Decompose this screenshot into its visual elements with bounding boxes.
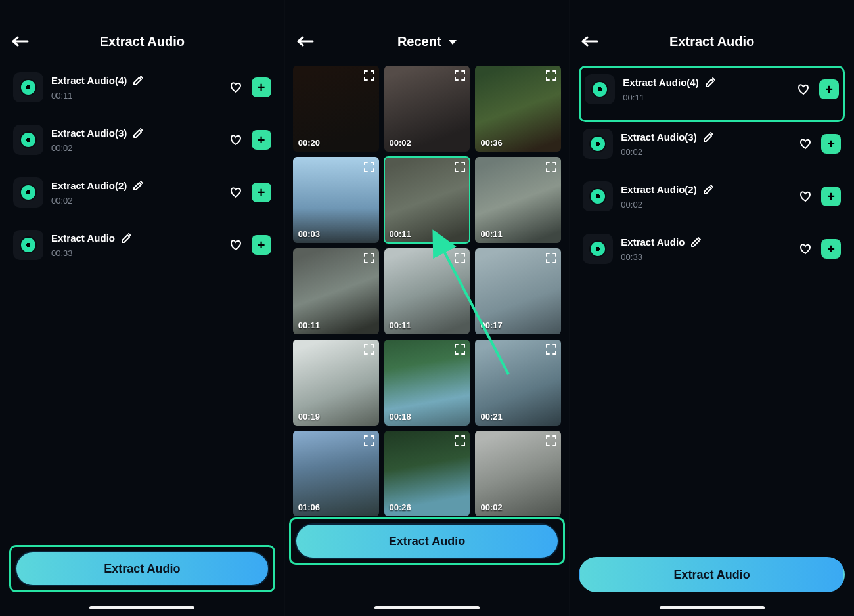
- disc-icon: [591, 137, 605, 151]
- audio-item[interactable]: Extract Audio(3) 00:02 +: [9, 118, 275, 171]
- audio-item[interactable]: Extract Audio(4) 00:11 +: [9, 66, 275, 118]
- video-clip[interactable]: 00:20: [293, 66, 379, 152]
- extract-button-highlight: Extract Audio: [9, 545, 275, 592]
- audio-time: 00:02: [621, 200, 791, 209]
- screen-middle: Recent 00:2000:0200:3600:0300:1100:1100:…: [284, 0, 570, 616]
- expand-icon[interactable]: [363, 435, 375, 447]
- video-clip[interactable]: 00:11: [293, 248, 379, 334]
- expand-icon[interactable]: [363, 343, 375, 355]
- extract-button-wrap: Extract Audio: [579, 557, 845, 592]
- expand-icon[interactable]: [545, 161, 557, 173]
- audio-name: Extract Audio(2): [621, 184, 696, 195]
- video-clip[interactable]: 00:11: [475, 157, 561, 243]
- edit-icon[interactable]: [690, 236, 702, 248]
- expand-icon[interactable]: [454, 343, 466, 355]
- home-indicator: [660, 606, 765, 609]
- video-clip[interactable]: 00:17: [475, 248, 561, 334]
- edit-icon[interactable]: [120, 232, 132, 244]
- disc-icon: [21, 185, 35, 200]
- favorite-icon[interactable]: [799, 242, 812, 255]
- edit-icon[interactable]: [132, 127, 144, 139]
- favorite-icon[interactable]: [799, 137, 812, 150]
- add-button[interactable]: +: [821, 187, 841, 206]
- expand-icon[interactable]: [545, 70, 557, 81]
- header: Extract Audio: [0, 26, 284, 56]
- edit-icon[interactable]: [702, 131, 714, 143]
- expand-icon[interactable]: [454, 161, 466, 173]
- back-button[interactable]: [12, 35, 29, 47]
- expand-icon[interactable]: [545, 435, 557, 447]
- audio-item[interactable]: Extract Audio 00:33 +: [579, 227, 845, 280]
- expand-icon[interactable]: [454, 252, 466, 264]
- back-button[interactable]: [297, 35, 314, 47]
- audio-item[interactable]: Extract Audio 00:33 +: [9, 223, 275, 276]
- video-clip[interactable]: 00:11: [384, 157, 470, 243]
- album-dropdown[interactable]: Recent: [397, 34, 457, 49]
- audio-time: 00:11: [623, 93, 789, 102]
- audio-time: 00:33: [51, 248, 221, 258]
- expand-icon[interactable]: [454, 435, 466, 447]
- video-clip[interactable]: 00:26: [384, 431, 470, 517]
- clip-duration: 00:02: [480, 502, 502, 512]
- add-button[interactable]: +: [821, 239, 841, 259]
- expand-icon[interactable]: [545, 252, 557, 264]
- video-clip[interactable]: 00:21: [475, 340, 561, 426]
- extract-audio-button[interactable]: Extract Audio: [579, 557, 845, 592]
- edit-icon[interactable]: [704, 77, 716, 89]
- audio-name: Extract Audio(4): [51, 75, 127, 86]
- audio-item[interactable]: Extract Audio(2) 00:02 +: [9, 171, 275, 223]
- expand-icon[interactable]: [363, 70, 375, 81]
- expand-icon[interactable]: [545, 343, 557, 355]
- disc-icon: [21, 80, 35, 95]
- favorite-icon[interactable]: [229, 186, 242, 199]
- clip-duration: 00:11: [480, 229, 502, 239]
- clip-duration: 00:02: [390, 138, 411, 148]
- edit-icon[interactable]: [132, 180, 144, 192]
- clip-duration: 00:11: [390, 229, 411, 239]
- expand-icon[interactable]: [454, 70, 466, 81]
- audio-item-highlight[interactable]: Extract Audio(4) 00:11 +: [579, 66, 845, 122]
- favorite-icon[interactable]: [797, 83, 810, 96]
- add-button[interactable]: +: [252, 77, 271, 97]
- video-clip[interactable]: 01:06: [293, 431, 379, 517]
- disc-icon: [593, 82, 607, 97]
- extract-audio-button[interactable]: Extract Audio: [295, 523, 560, 559]
- favorite-icon[interactable]: [229, 81, 242, 94]
- back-button[interactable]: [581, 35, 598, 47]
- video-clip[interactable]: 00:36: [475, 66, 561, 152]
- clip-duration: 00:03: [298, 229, 320, 239]
- screen-left: Extract Audio Extract Audio(4) 00:11: [0, 0, 284, 616]
- favorite-icon[interactable]: [799, 190, 812, 203]
- video-clip[interactable]: 00:03: [293, 157, 379, 243]
- edit-icon[interactable]: [702, 184, 714, 196]
- video-clip[interactable]: 00:02: [384, 66, 470, 152]
- add-button[interactable]: +: [819, 79, 839, 99]
- audio-list: Extract Audio(4) 00:11 + Extract Audio(3…: [570, 66, 854, 280]
- audio-item[interactable]: Extract Audio(3) 00:02 +: [579, 122, 845, 175]
- audio-meta: Extract Audio(4) 00:11: [51, 75, 221, 100]
- extract-audio-button[interactable]: Extract Audio: [15, 551, 269, 586]
- video-clip[interactable]: 00:11: [384, 248, 470, 334]
- clip-duration: 00:26: [390, 502, 411, 512]
- favorite-icon[interactable]: [229, 238, 242, 252]
- video-clip[interactable]: 00:02: [475, 431, 561, 517]
- edit-icon[interactable]: [132, 75, 144, 87]
- audio-name: Extract Audio: [51, 232, 115, 244]
- page-title: Extract Audio: [100, 34, 185, 49]
- favorite-icon[interactable]: [229, 133, 242, 146]
- expand-icon[interactable]: [363, 161, 375, 173]
- audio-thumb: [13, 125, 43, 155]
- audio-time: 00:11: [51, 91, 221, 100]
- video-clip[interactable]: 00:19: [293, 340, 379, 426]
- add-button[interactable]: +: [821, 134, 841, 154]
- expand-icon[interactable]: [363, 252, 375, 264]
- add-button[interactable]: +: [252, 130, 271, 150]
- disc-icon: [21, 133, 35, 147]
- album-title: Recent: [397, 34, 441, 49]
- add-button[interactable]: +: [252, 235, 271, 255]
- video-clip[interactable]: 00:18: [384, 340, 470, 426]
- video-gallery[interactable]: 00:2000:0200:3600:0300:1100:1100:1100:11…: [285, 66, 570, 582]
- screen-right: Extract Audio Extract Audio(4) 00:11 +: [569, 0, 854, 616]
- audio-item[interactable]: Extract Audio(2) 00:02 +: [579, 175, 845, 227]
- add-button[interactable]: +: [252, 183, 271, 202]
